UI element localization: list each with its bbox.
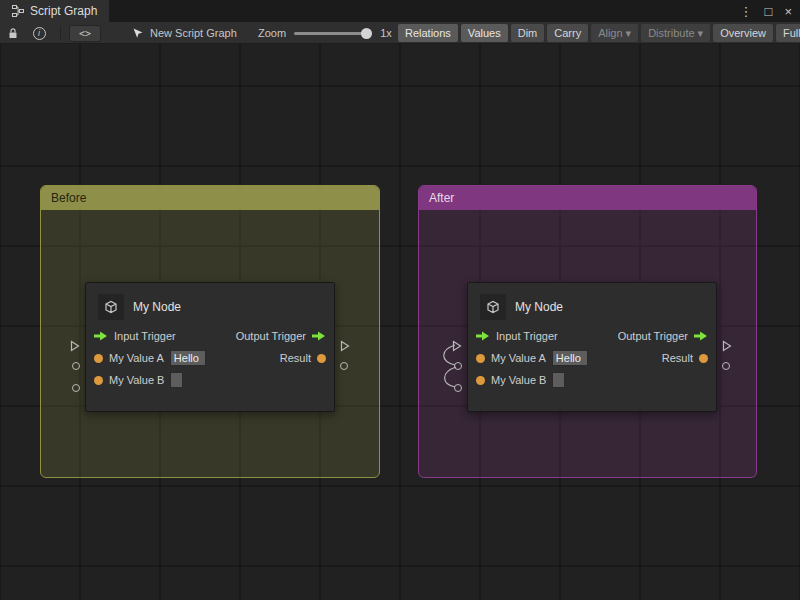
dropdown-caret-icon: ▾ (698, 27, 704, 40)
port-row-value-b: My Value B (468, 369, 716, 391)
window-maximize-icon[interactable]: □ (765, 5, 773, 18)
info-icon: i (33, 27, 46, 40)
group-after-header[interactable]: After (419, 186, 756, 210)
node-my-node-before[interactable]: My Node Input Trigger Output Trigger My … (85, 282, 335, 412)
value-b-input[interactable] (552, 372, 565, 388)
outer-value-a-port[interactable] (72, 362, 80, 370)
output-trigger-port[interactable] (312, 331, 326, 341)
toolbar-left-icons: i <> (0, 22, 101, 44)
dropdown-caret-icon: ▾ (626, 27, 632, 40)
value-b-port[interactable] (94, 376, 103, 385)
input-trigger-label: Input Trigger (114, 330, 176, 342)
toolbar-separator (60, 26, 61, 40)
align-button[interactable]: Align ▾ (591, 24, 638, 42)
result-label: Result (280, 352, 311, 364)
result-port[interactable] (699, 354, 708, 363)
input-trigger-label: Input Trigger (496, 330, 558, 342)
output-trigger-label: Output Trigger (236, 330, 306, 342)
result-port[interactable] (317, 354, 326, 363)
value-a-label: My Value A (491, 352, 546, 364)
value-b-label: My Value B (109, 374, 164, 386)
node-header[interactable]: My Node (468, 283, 716, 325)
window-menu-icon[interactable]: ⋮ (740, 5, 753, 18)
outer-input-trigger-port[interactable] (70, 338, 80, 356)
port-row-value-b: My Value B (86, 369, 334, 391)
value-b-input[interactable] (170, 372, 183, 388)
input-trigger-port[interactable] (94, 331, 108, 341)
graph-canvas[interactable]: Before After My Node (0, 44, 800, 600)
distribute-button[interactable]: Distribute ▾ (641, 24, 710, 42)
outer-result-port[interactable] (722, 362, 730, 370)
outer-output-trigger-port[interactable] (340, 338, 350, 356)
zoom-control: Zoom 1x (258, 22, 392, 44)
carry-button[interactable]: Carry (547, 24, 588, 42)
zoom-value: 1x (380, 27, 392, 39)
outer-result-port[interactable] (340, 362, 348, 370)
tab-strip: Script Graph ⋮ □ × (0, 0, 800, 22)
group-before-header[interactable]: Before (41, 186, 379, 210)
outer-value-a-port[interactable] (454, 362, 462, 370)
lock-icon (7, 27, 19, 39)
graph-asset-icon (132, 27, 144, 39)
edit-source-button[interactable]: <> (69, 25, 101, 42)
outer-value-b-port[interactable] (72, 384, 80, 392)
toolbar-buttons: Relations Values Dim Carry Align ▾ Distr… (398, 24, 800, 42)
graph-name: New Script Graph (150, 27, 237, 39)
info-button[interactable]: i (26, 22, 52, 44)
input-trigger-port[interactable] (476, 331, 490, 341)
value-a-port[interactable] (476, 354, 485, 363)
tab-script-graph[interactable]: Script Graph (0, 0, 109, 22)
node-title: My Node (133, 300, 181, 314)
overview-button[interactable]: Overview (713, 24, 773, 42)
value-a-label: My Value A (109, 352, 164, 364)
port-row-value-a: My Value A Result (86, 347, 334, 369)
zoom-label: Zoom (258, 27, 286, 39)
script-graph-window: Script Graph ⋮ □ × i <> (0, 0, 800, 600)
relations-button[interactable]: Relations (398, 24, 458, 42)
node-title: My Node (515, 300, 563, 314)
outer-value-b-port[interactable] (454, 384, 462, 392)
value-b-label: My Value B (491, 374, 546, 386)
window-controls: ⋮ □ × (740, 0, 800, 22)
graph-breadcrumb[interactable]: New Script Graph (132, 22, 237, 44)
port-row-trigger: Input Trigger Output Trigger (468, 325, 716, 347)
node-header[interactable]: My Node (86, 283, 334, 325)
script-graph-icon (12, 5, 24, 17)
result-label: Result (662, 352, 693, 364)
group-after-label: After (429, 191, 454, 205)
port-row-value-a: My Value A Result (468, 347, 716, 369)
output-trigger-port[interactable] (694, 331, 708, 341)
value-a-port[interactable] (94, 354, 103, 363)
zoom-slider[interactable] (294, 32, 372, 35)
fullscreen-button[interactable]: Full Screen (776, 24, 800, 42)
tab-title: Script Graph (30, 4, 97, 18)
graph-toolbar: i <> New Script Graph Zoom 1x Relations … (0, 22, 800, 44)
output-trigger-label: Output Trigger (618, 330, 688, 342)
node-my-node-after[interactable]: My Node Input Trigger Output Trigger My … (467, 282, 717, 412)
value-a-input[interactable] (552, 350, 588, 366)
outer-input-trigger-port[interactable] (452, 338, 462, 356)
my-node-icon (480, 294, 506, 320)
values-button[interactable]: Values (461, 24, 508, 42)
value-b-port[interactable] (476, 376, 485, 385)
port-row-trigger: Input Trigger Output Trigger (86, 325, 334, 347)
zoom-slider-handle[interactable] (361, 28, 372, 39)
dim-button[interactable]: Dim (511, 24, 545, 42)
window-close-icon[interactable]: × (784, 5, 792, 18)
value-a-input[interactable] (170, 350, 206, 366)
lock-button[interactable] (0, 22, 26, 44)
outer-output-trigger-port[interactable] (722, 338, 732, 356)
my-node-icon (98, 294, 124, 320)
group-before-label: Before (51, 191, 86, 205)
